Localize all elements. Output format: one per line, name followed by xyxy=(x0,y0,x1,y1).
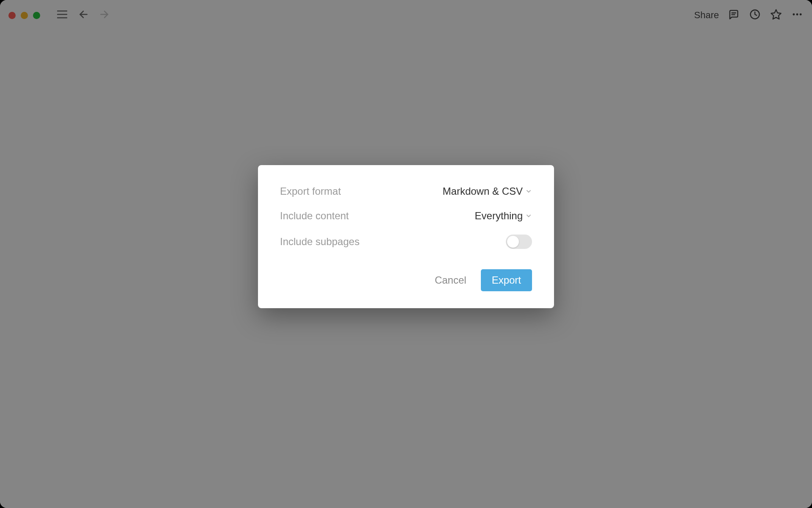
dialog-actions: Cancel Export xyxy=(280,269,532,291)
cancel-button[interactable]: Cancel xyxy=(432,270,469,290)
chevron-down-icon xyxy=(525,213,532,219)
export-format-label: Export format xyxy=(280,185,341,197)
export-button[interactable]: Export xyxy=(481,269,532,291)
export-format-select[interactable]: Markdown & CSV xyxy=(443,185,532,197)
export-dialog: Export format Markdown & CSV Include con… xyxy=(258,165,554,308)
include-subpages-row: Include subpages xyxy=(280,235,532,249)
toggle-knob xyxy=(507,236,519,248)
app-window: Share xyxy=(0,0,812,508)
include-subpages-label: Include subpages xyxy=(280,236,359,248)
include-content-value: Everything xyxy=(475,210,523,222)
modal-overlay[interactable]: Export format Markdown & CSV Include con… xyxy=(0,0,812,508)
include-content-row: Include content Everything xyxy=(280,210,532,222)
include-content-label: Include content xyxy=(280,210,349,222)
export-format-row: Export format Markdown & CSV xyxy=(280,185,532,197)
include-subpages-toggle[interactable] xyxy=(506,235,532,249)
include-content-select[interactable]: Everything xyxy=(475,210,532,222)
chevron-down-icon xyxy=(525,188,532,195)
export-format-value: Markdown & CSV xyxy=(443,185,523,197)
